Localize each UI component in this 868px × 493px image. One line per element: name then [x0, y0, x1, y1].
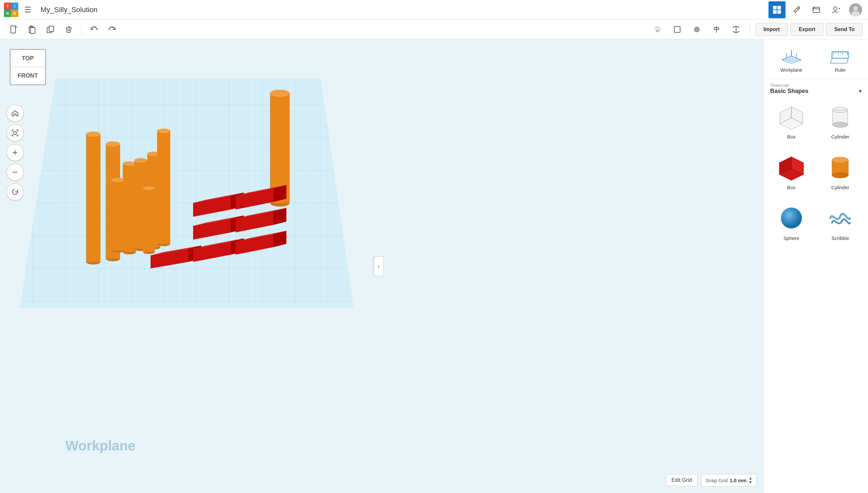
category-dropdown-arrow[interactable]: ▾ — [859, 88, 862, 94]
export-button[interactable]: Export — [790, 23, 824, 36]
snap-grid-arrows[interactable]: ▲ ▼ — [748, 476, 753, 484]
shape-item-scribble[interactable]: Scribble — [819, 200, 862, 244]
shape-item-cylinder-orange[interactable]: Cylinder — [819, 149, 862, 193]
svg-marker-73 — [193, 192, 244, 203]
group-button[interactable] — [688, 21, 705, 38]
svg-point-10 — [852, 11, 860, 16]
logo-i: I — [11, 3, 18, 10]
ruler-icon — [829, 46, 852, 65]
svg-point-53 — [270, 199, 290, 207]
build-button[interactable] — [788, 1, 805, 18]
svg-marker-27 — [20, 79, 353, 308]
svg-point-44 — [147, 245, 160, 250]
svg-point-9 — [853, 6, 858, 11]
shape-item-cylinder-gray[interactable]: Cylinder — [819, 99, 862, 143]
shape-library: Tinkercad Basic Shapes ▾ — [764, 80, 868, 493]
align-button[interactable] — [708, 21, 725, 38]
light-tool-button[interactable] — [649, 21, 666, 38]
bottom-controls: Edit Grid Snap Grid 1.0 mm ▲ ▼ — [666, 474, 757, 487]
svg-point-22 — [696, 28, 698, 30]
shape-preview-cylinder-gray — [824, 102, 856, 131]
svg-point-21 — [695, 27, 699, 32]
svg-rect-0 — [773, 6, 777, 9]
import-button[interactable]: Import — [755, 23, 788, 36]
redo-button[interactable] — [104, 21, 121, 38]
hamburger-menu[interactable]: ☰ — [22, 3, 34, 17]
undo-button[interactable] — [85, 21, 103, 38]
svg-marker-68 — [236, 211, 273, 232]
edit-grid-button[interactable]: Edit Grid — [666, 474, 697, 486]
duplicate-button[interactable] — [42, 21, 59, 38]
panel-tools: Workplane — [764, 39, 868, 80]
workplane-tool[interactable]: Workplane — [770, 46, 813, 73]
paste-button[interactable] — [24, 21, 41, 38]
svg-point-109 — [781, 208, 802, 229]
svg-rect-77 — [14, 132, 16, 134]
svg-point-47 — [157, 241, 170, 246]
shape-lib-source: Tinkercad — [770, 83, 862, 88]
shape-label-sphere-blue: Sphere — [784, 235, 799, 241]
view-controls — [6, 105, 24, 200]
svg-marker-74 — [236, 188, 273, 210]
profile-button[interactable] — [847, 1, 864, 18]
svg-marker-67 — [193, 215, 244, 226]
svg-point-29 — [86, 259, 101, 264]
viewcube-front[interactable]: FRONT — [10, 67, 45, 84]
viewcube-box[interactable]: TOP FRONT — [10, 49, 46, 85]
shape-item-box-gray[interactable]: Box — [770, 99, 813, 143]
ruler-tool[interactable]: Ruler — [819, 46, 862, 73]
main-area: TOP FRONT — [0, 39, 868, 493]
viewport[interactable]: TOP FRONT — [0, 39, 763, 493]
shape-preview-cylinder-orange — [824, 153, 856, 182]
shape-label-scribble: Scribble — [831, 235, 849, 241]
svg-rect-16 — [49, 26, 54, 31]
shape-lib-category: Basic Shapes ▾ — [770, 88, 862, 94]
svg-point-35 — [123, 250, 136, 254]
shape-item-box-red[interactable]: Box — [770, 149, 813, 193]
snap-grid-label: Snap Grid — [706, 478, 728, 483]
viewcube[interactable]: TOP FRONT — [10, 49, 49, 95]
toolbar-right: Import Export Send To — [649, 21, 863, 38]
shape-label-box-gray: Box — [787, 134, 796, 140]
svg-rect-30 — [86, 134, 101, 262]
svg-marker-76 — [236, 185, 286, 196]
tinkercad-logo: T I N K — [4, 3, 18, 17]
svg-rect-20 — [674, 26, 680, 33]
svg-rect-42 — [134, 160, 147, 249]
shape-outline-button[interactable] — [669, 21, 686, 38]
svg-point-46 — [147, 152, 160, 156]
shape-lib-header: Tinkercad Basic Shapes ▾ — [770, 83, 862, 94]
toolbar-separator — [81, 24, 82, 35]
shape-preview-scribble — [824, 203, 856, 233]
shape-grid: Box — [770, 99, 862, 244]
new-file-button[interactable] — [5, 21, 22, 38]
svg-marker-61 — [193, 238, 244, 249]
svg-point-50 — [143, 250, 155, 254]
viewcube-top[interactable]: TOP — [10, 50, 45, 67]
svg-point-31 — [86, 132, 101, 137]
delete-button[interactable] — [60, 21, 77, 38]
zoom-out-button[interactable] — [6, 164, 24, 181]
workplane-icon — [780, 46, 803, 65]
snap-down-arrow[interactable]: ▼ — [748, 480, 753, 484]
shape-item-sphere-blue[interactable]: Sphere — [770, 200, 813, 244]
snap-grid-container: Snap Grid 1.0 mm ▲ ▼ — [701, 474, 757, 487]
mirror-button[interactable] — [728, 21, 745, 38]
topbar: T I N K ☰ My_Silly_Solution — [0, 0, 868, 20]
home-view-button[interactable] — [6, 105, 24, 122]
send-to-button[interactable]: Send To — [826, 23, 863, 36]
add-person-button[interactable] — [827, 1, 844, 18]
reset-view-button[interactable] — [6, 183, 24, 200]
svg-marker-72 — [231, 192, 244, 210]
zoom-in-button[interactable] — [6, 144, 24, 161]
svg-point-108 — [832, 172, 848, 178]
fit-view-button[interactable] — [6, 124, 24, 142]
panel-toggle[interactable]: › — [374, 256, 384, 276]
svg-rect-45 — [147, 154, 160, 247]
logo-n: N — [4, 10, 11, 17]
grid-view-button[interactable] — [768, 1, 785, 18]
category-label: Basic Shapes — [770, 88, 808, 94]
files-button[interactable] — [808, 1, 825, 18]
svg-point-32 — [106, 256, 120, 261]
topbar-right — [768, 1, 864, 18]
